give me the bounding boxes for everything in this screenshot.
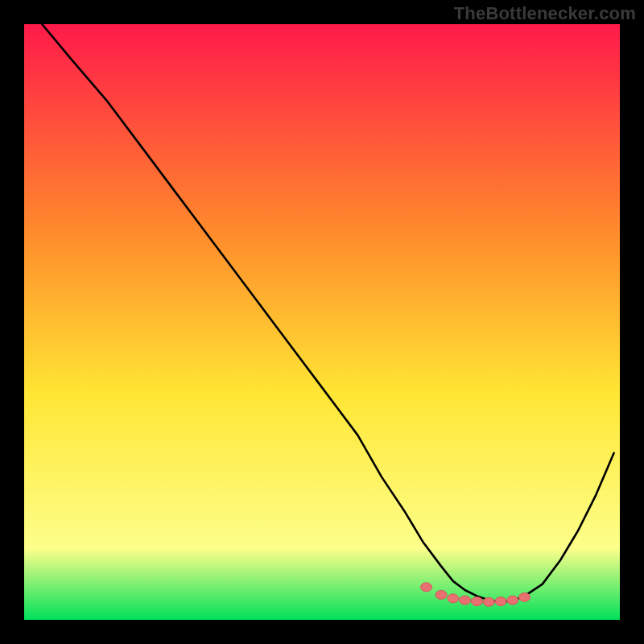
optimal-marker — [507, 596, 518, 605]
optimal-marker — [448, 594, 459, 603]
bottleneck-chart — [24, 24, 620, 620]
plot-area — [24, 24, 620, 620]
optimal-marker — [519, 592, 530, 601]
optimal-marker — [471, 597, 482, 606]
optimal-marker — [421, 583, 432, 592]
chart-container: TheBottlenecker.com — [0, 0, 644, 644]
optimal-marker — [495, 597, 506, 606]
optimal-marker — [436, 590, 447, 599]
optimal-marker — [460, 596, 471, 605]
watermark-text: TheBottlenecker.com — [454, 3, 636, 24]
optimal-marker — [483, 597, 494, 606]
gradient-background — [24, 24, 620, 620]
